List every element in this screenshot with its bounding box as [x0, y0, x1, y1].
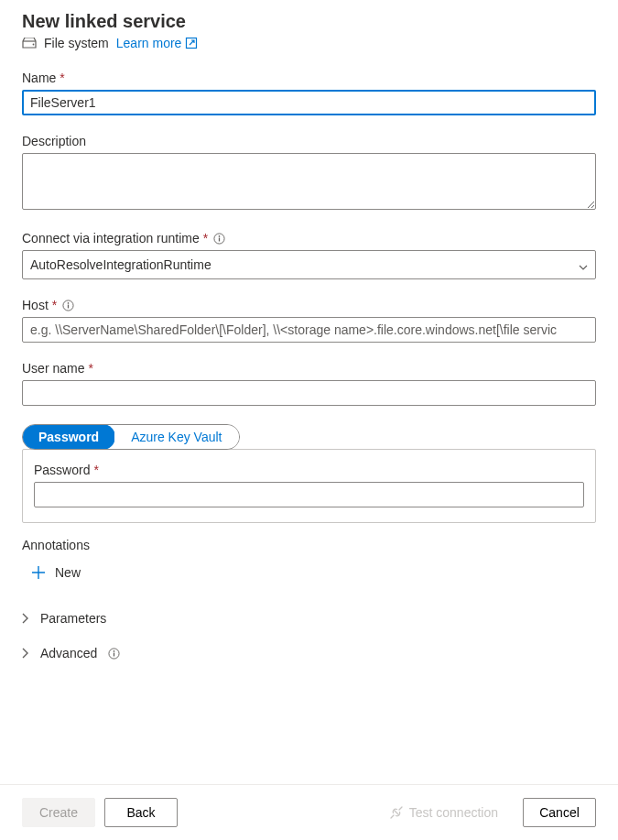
password-input[interactable] — [34, 482, 584, 507]
info-icon[interactable] — [213, 233, 225, 245]
username-label: User name* — [22, 361, 596, 376]
page-title: New linked service — [22, 11, 596, 32]
name-input[interactable] — [22, 90, 596, 115]
svg-rect-11 — [114, 652, 114, 656]
advanced-section-toggle[interactable]: Advanced — [22, 642, 596, 664]
name-label: Name* — [22, 71, 596, 85]
info-icon[interactable] — [108, 648, 120, 660]
username-input[interactable] — [22, 380, 596, 406]
footer: Create Back Test connection Cancel — [0, 784, 618, 840]
svg-rect-5 — [219, 237, 220, 241]
service-type-label: File system — [44, 36, 109, 50]
test-connection-button[interactable]: Test connection — [374, 798, 514, 827]
learn-more-link[interactable]: Learn more — [116, 36, 199, 50]
credential-tabs: Password Azure Key Vault — [22, 424, 240, 450]
host-input[interactable] — [22, 317, 596, 343]
connection-icon — [389, 805, 404, 820]
service-type-row: File system Learn more — [22, 36, 596, 50]
parameters-section-toggle[interactable]: Parameters — [22, 607, 596, 629]
svg-point-1 — [33, 44, 35, 46]
svg-point-10 — [114, 650, 115, 652]
chevron-right-icon — [22, 648, 31, 659]
plus-icon — [31, 565, 46, 580]
info-icon[interactable] — [62, 300, 74, 311]
create-button[interactable]: Create — [22, 798, 95, 827]
file-system-icon — [22, 38, 37, 49]
back-button[interactable]: Back — [104, 798, 178, 827]
runtime-select[interactable]: AutoResolveIntegrationRuntime — [22, 250, 596, 279]
description-input[interactable] — [22, 153, 596, 210]
password-panel: Password* — [22, 449, 596, 523]
annotations-heading: Annotations — [22, 538, 596, 552]
tab-azure-key-vault[interactable]: Azure Key Vault — [114, 425, 238, 449]
add-annotation-button[interactable]: New — [22, 562, 81, 584]
chevron-down-icon — [579, 260, 588, 269]
svg-point-4 — [219, 235, 221, 237]
chevron-right-icon — [22, 613, 31, 624]
svg-point-7 — [68, 302, 70, 304]
host-label: Host* — [22, 298, 596, 312]
description-label: Description — [22, 134, 596, 148]
runtime-label: Connect via integration runtime* — [22, 231, 596, 245]
password-label: Password* — [34, 463, 584, 477]
tab-password[interactable]: Password — [22, 424, 115, 450]
svg-rect-8 — [68, 304, 69, 308]
external-link-icon — [185, 37, 198, 49]
cancel-button[interactable]: Cancel — [523, 798, 596, 827]
